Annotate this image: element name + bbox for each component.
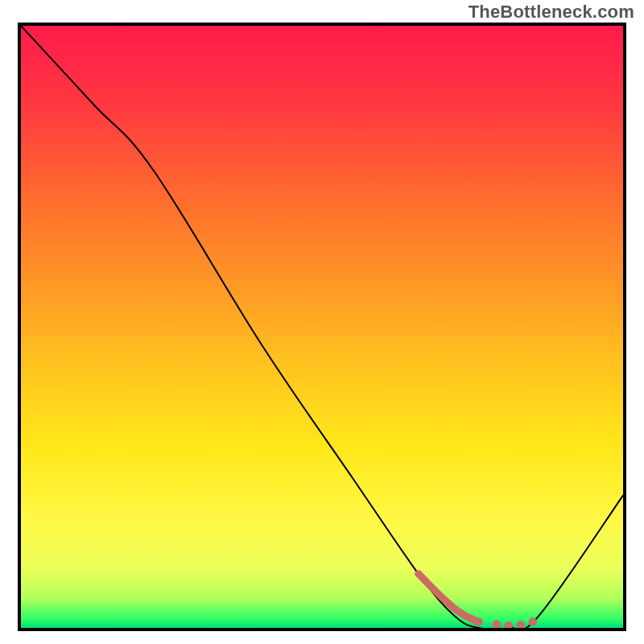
- chart-stage: TheBottleneck.com: [0, 0, 644, 644]
- plot-area: [21, 26, 623, 628]
- highlight-dot: [529, 617, 537, 625]
- curve-overlay: [21, 26, 623, 628]
- highlight-dot: [505, 621, 513, 628]
- plot-frame: [18, 23, 626, 631]
- highlight-dot: [493, 620, 501, 628]
- highlight-dot: [474, 617, 482, 625]
- bottleneck-curve: [21, 26, 623, 628]
- optimal-range-highlight: [419, 574, 479, 622]
- attribution-label: TheBottleneck.com: [469, 2, 634, 23]
- highlight-dot: [517, 621, 525, 628]
